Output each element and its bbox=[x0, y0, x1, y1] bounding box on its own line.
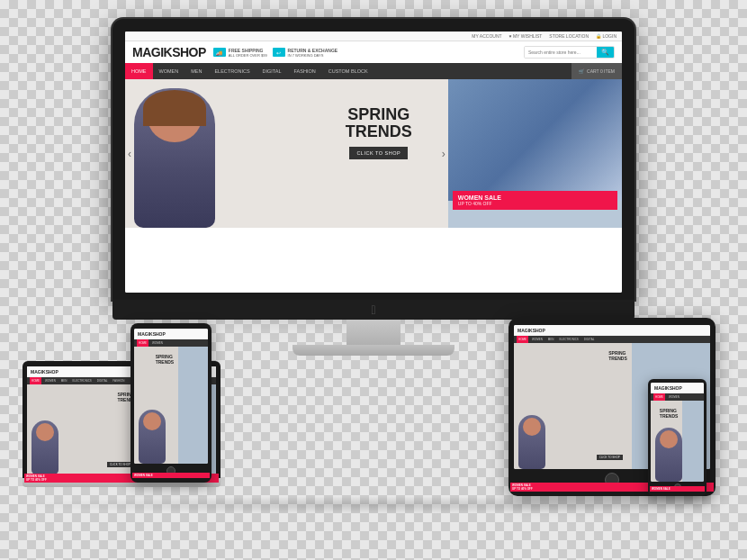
site-navigation: HOME WOMEN MEN ELECTRONICS DIGITAL FASHI… bbox=[125, 63, 622, 79]
hero-banner: SPRING TRENDS CLICK TO SHOP ‹ › WOMEN SA… bbox=[125, 79, 622, 228]
shipping-item-1: 🚚 FREE SHIPPING ALL ORDER OVER $99 bbox=[213, 48, 267, 58]
desktop-monitor: MY ACCOUNT ♥ MY WISHLIST STORE LOCATION … bbox=[112, 19, 634, 356]
phone-hero-side: WOMEN SALE bbox=[178, 347, 208, 464]
tablet-nav-men: MEN bbox=[546, 336, 556, 343]
phone-model bbox=[139, 410, 166, 464]
sale-subtitle: UP TO 40% OFF bbox=[458, 201, 612, 206]
small-phone-nav-women: WOMEN bbox=[667, 393, 681, 401]
small-phone-hero-text: SPRINGTRENDS bbox=[660, 408, 679, 419]
nav-digital[interactable]: DIGITAL bbox=[256, 63, 288, 79]
laptop-nav-men: MEN bbox=[59, 377, 69, 384]
search-button[interactable]: 🔍 bbox=[597, 47, 614, 58]
site-topbar: MY ACCOUNT ♥ MY WISHLIST STORE LOCATION … bbox=[125, 32, 622, 41]
monitor-neck bbox=[346, 320, 400, 345]
small-phone-hero: SPRINGTRENDS WOMEN SALE bbox=[651, 401, 704, 482]
hero-heading1: SPRING bbox=[346, 106, 412, 122]
account-link[interactable]: MY ACCOUNT bbox=[472, 33, 501, 39]
phone-body: MAGIKSHOP HOME WOMEN SPRINGTRENDS WOMEN … bbox=[130, 323, 212, 483]
laptop-nav-digital: DIGITAL bbox=[95, 377, 109, 384]
tablet-nav-digital: DIGITAL bbox=[582, 336, 596, 343]
cart-button[interactable]: 🛒 CART 0 ITEM bbox=[572, 63, 622, 79]
sale-title: WOMEN SALE bbox=[458, 194, 612, 201]
phone-header: MAGIKSHOP bbox=[134, 329, 208, 339]
hero-main: SPRING TRENDS CLICK TO SHOP ‹ › bbox=[125, 79, 448, 228]
ground-reflection bbox=[14, 496, 734, 514]
carousel-next-arrow[interactable]: › bbox=[442, 148, 446, 160]
laptop-nav-electronics: ELECTRONICS bbox=[71, 377, 94, 384]
tablet-nav: HOME WOMEN MEN ELECTRONICS DIGITAL bbox=[514, 336, 710, 343]
small-phone-website: MAGIKSHOP HOME WOMEN SPRINGTRENDS WOMEN … bbox=[651, 383, 704, 482]
shipping-text-1: FREE SHIPPING ALL ORDER OVER $99 bbox=[229, 48, 267, 58]
nav-women[interactable]: WOMEN bbox=[153, 63, 185, 79]
tablet-nav-electronics: ELECTRONICS bbox=[558, 336, 580, 343]
jeans-image bbox=[448, 79, 622, 201]
tablet-hero-main: SPRINGTRENDS CLICK TO SHOP bbox=[514, 343, 632, 469]
nav-home[interactable]: HOME bbox=[125, 63, 153, 79]
monitor-base bbox=[292, 345, 454, 356]
small-phone-hero-main: SPRINGTRENDS bbox=[651, 401, 682, 482]
hero-heading2: TRENDS bbox=[346, 122, 412, 141]
monitor-display: MY ACCOUNT ♥ MY WISHLIST STORE LOCATION … bbox=[125, 32, 622, 293]
small-phone-hero-side: WOMEN SALE bbox=[682, 401, 704, 482]
tablet-hero-text: SPRINGTRENDS bbox=[608, 350, 627, 361]
small-phone-logo: MAGIKSHOP bbox=[654, 385, 682, 391]
phone-hero: SPRINGTRENDS WOMEN SALE bbox=[134, 347, 208, 464]
apple-logo-icon:  bbox=[371, 303, 375, 317]
phone-website: MAGIKSHOP HOME WOMEN SPRINGTRENDS WOMEN … bbox=[134, 329, 208, 464]
site-logo: MAGIKSHOP bbox=[132, 45, 206, 59]
search-input[interactable] bbox=[525, 47, 597, 58]
site-header: MAGIKSHOP 🚚 FREE SHIPPING ALL ORDER OVER… bbox=[125, 41, 622, 63]
carousel-prev-arrow[interactable]: ‹ bbox=[128, 148, 131, 160]
tablet-nav-home: HOME bbox=[517, 336, 528, 343]
shipping-item-2: ↩ RETURN & EXCHANGE IN 7 WORKING DAYS bbox=[273, 48, 338, 58]
tablet-model bbox=[518, 415, 545, 469]
phone-logo: MAGIKSHOP bbox=[138, 331, 166, 337]
small-phone-nav-home: HOME bbox=[653, 393, 665, 401]
phone-nav-women: WOMEN bbox=[150, 339, 165, 347]
model-image bbox=[134, 88, 215, 228]
tablet-logo: MAGIKSHOP bbox=[518, 328, 545, 333]
monitor-bezel: MY ACCOUNT ♥ MY WISHLIST STORE LOCATION … bbox=[112, 19, 634, 300]
laptop-hero-main: SPRINGTRENDS CLICK TO SHOP bbox=[27, 384, 140, 474]
shipping-text-2: RETURN & EXCHANGE IN 7 WORKING DAYS bbox=[288, 48, 338, 58]
tablet-nav-women: WOMEN bbox=[530, 336, 544, 343]
small-phone-body: MAGIKSHOP HOME WOMEN SPRINGTRENDS WOMEN … bbox=[648, 379, 706, 496]
phone-display: MAGIKSHOP HOME WOMEN SPRINGTRENDS WOMEN … bbox=[134, 329, 208, 464]
tablet-cta: CLICK TO SHOP bbox=[597, 455, 623, 460]
scene: MY ACCOUNT ♥ MY WISHLIST STORE LOCATION … bbox=[14, 19, 734, 541]
nav-electronics[interactable]: ELECTRONICS bbox=[208, 63, 256, 79]
small-phone-display: MAGIKSHOP HOME WOMEN SPRINGTRENDS WOMEN … bbox=[651, 383, 704, 482]
laptop-logo: MAGIKSHOP bbox=[31, 369, 58, 375]
laptop-nav-women: WOMEN bbox=[43, 377, 58, 384]
phone-nav-home: HOME bbox=[137, 339, 148, 347]
tablet-header: MAGIKSHOP bbox=[514, 325, 710, 336]
laptop-nav-fashion: FASHION bbox=[111, 377, 126, 384]
hero-cta-button[interactable]: CLICK TO SHOP bbox=[349, 147, 408, 159]
wishlist-link[interactable]: ♥ MY WISHLIST bbox=[509, 33, 543, 39]
search-bar[interactable]: 🔍 bbox=[524, 46, 615, 59]
nav-men[interactable]: MEN bbox=[184, 63, 208, 79]
small-phone-nav: HOME WOMEN bbox=[651, 393, 704, 401]
monitor-bottom-bezel:  bbox=[112, 300, 634, 320]
small-phone-model bbox=[655, 428, 682, 482]
login-link[interactable]: 🔒 LOGIN bbox=[596, 33, 616, 39]
phone-hero-text: SPRINGTRENDS bbox=[156, 354, 175, 365]
small-phone-device: MAGIKSHOP HOME WOMEN SPRINGTRENDS WOMEN … bbox=[648, 379, 706, 496]
nav-custom-block[interactable]: CUSTOM BLOCK bbox=[322, 63, 374, 79]
truck-icon: 🚚 bbox=[213, 48, 226, 57]
small-phone-header: MAGIKSHOP bbox=[651, 383, 704, 393]
laptop-model bbox=[32, 420, 58, 474]
sale-badge: WOMEN SALE UP TO 40% OFF bbox=[453, 191, 617, 210]
laptop-cta: CLICK TO SHOP bbox=[107, 462, 133, 467]
hero-text: SPRING TRENDS CLICK TO SHOP bbox=[346, 106, 412, 159]
website-mockup: MY ACCOUNT ♥ MY WISHLIST STORE LOCATION … bbox=[125, 32, 622, 293]
smartphone-device: MAGIKSHOP HOME WOMEN SPRINGTRENDS WOMEN … bbox=[130, 323, 212, 483]
laptop-nav-home: HOME bbox=[30, 377, 41, 384]
nav-fashion[interactable]: FASHION bbox=[288, 63, 322, 79]
hero-secondary: WOMEN SALE UP TO 40% OFF bbox=[448, 79, 622, 228]
return-icon: ↩ bbox=[273, 48, 285, 57]
phone-hero-main: SPRINGTRENDS bbox=[134, 347, 178, 464]
phone-nav: HOME WOMEN bbox=[134, 339, 208, 347]
shipping-info: 🚚 FREE SHIPPING ALL ORDER OVER $99 ↩ RET… bbox=[213, 48, 517, 58]
store-link[interactable]: STORE LOCATION bbox=[549, 33, 589, 39]
